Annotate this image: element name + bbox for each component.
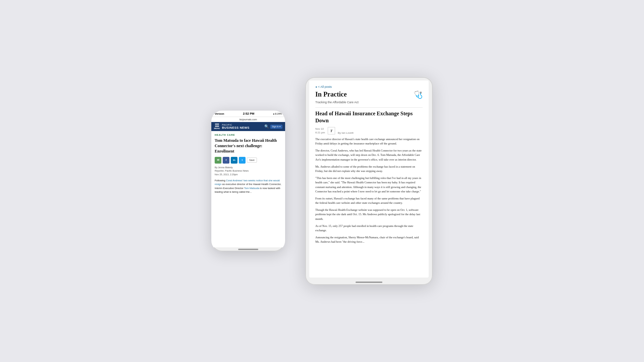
share-twitter-button[interactable]: t bbox=[239, 157, 246, 164]
tablet-home-indicator bbox=[356, 282, 382, 283]
phone-content: HEALTH CARE Tom Matsuda to face Hawaii H… bbox=[211, 131, 285, 247]
phone-home-indicator bbox=[238, 249, 258, 250]
phone-battery: ● $ 29% bbox=[273, 113, 282, 115]
section-header: In Practice 🩺 bbox=[315, 90, 423, 99]
paragraph-1: The executive director of Hawaii's state… bbox=[315, 137, 423, 146]
tablet-article-headline: Head of Hawaii Insurance Exchange Steps … bbox=[315, 110, 423, 124]
brand-bottom: BUSINESS NEWS bbox=[222, 126, 262, 129]
tablet-content: ◂ < All posts In Practice 🩺 Tracking the… bbox=[309, 80, 429, 278]
share-email-button[interactable]: ✉ bbox=[215, 157, 221, 164]
search-icon[interactable]: 🔍 bbox=[264, 124, 269, 129]
menu-label: MENU bbox=[214, 127, 220, 129]
share-linkedin-button[interactable]: in bbox=[231, 157, 237, 164]
section-title: In Practice bbox=[315, 90, 347, 98]
save-button[interactable]: Save bbox=[247, 158, 257, 163]
back-arrow-icon: ◂ bbox=[315, 85, 317, 88]
meta-date: Nov 22 6:21 pm bbox=[315, 127, 325, 134]
phone-url-bar[interactable]: bizjournals.com bbox=[211, 117, 285, 122]
paragraph-8: Announcing the resignation, Sherry Menor… bbox=[315, 235, 423, 244]
phone-category: HEALTH CARE bbox=[215, 134, 282, 136]
meta-author: By Ian Lovett bbox=[338, 131, 354, 134]
paragraph-4: "This has been one of the most challengi… bbox=[315, 176, 423, 194]
section-subtitle: Tracking the Affordable Care Act bbox=[315, 101, 423, 104]
body-intro: Following bbox=[215, 179, 226, 182]
hamburger-icon bbox=[215, 124, 219, 127]
tom-matsuda-link[interactable]: Tom Matsuda bbox=[244, 187, 259, 190]
signin-button[interactable]: Sign In ▾ bbox=[270, 125, 282, 129]
paragraph-6: Though the Hawaii Health Exchange websit… bbox=[315, 208, 423, 221]
phone-device: Verizon 2:52 PM ● $ 29% bizjournals.com … bbox=[211, 111, 285, 251]
paragraph-7: As of Nov. 15, only 257 people had enrol… bbox=[315, 224, 423, 233]
phone-carrier: Verizon bbox=[215, 112, 224, 115]
chevron-down-icon: ▾ bbox=[279, 125, 281, 128]
paragraph-5: From its outset, Hawaii's exchange has f… bbox=[315, 196, 423, 205]
tablet-device: ◂ < All posts In Practice 🩺 Tracking the… bbox=[305, 77, 433, 285]
byline-name: By Jenna Blakely bbox=[215, 166, 282, 170]
phone-nav-actions: 🔍 Sign In ▾ bbox=[264, 124, 282, 129]
phone-status-bar: Verizon 2:52 PM ● $ 29% bbox=[211, 111, 285, 117]
paragraph-3: Ms. Andrews alluded to some of the probl… bbox=[315, 165, 423, 173]
byline-role: Reporter, Pacific Business News bbox=[215, 169, 282, 173]
phone-nav: MENU PACIFIC BUSINESS NEWS 🔍 Sign In ▾ bbox=[211, 122, 285, 131]
share-facebook-button[interactable]: f bbox=[223, 157, 229, 164]
phone-brand: PACIFIC BUSINESS NEWS bbox=[222, 124, 262, 129]
phone-menu-button[interactable]: MENU bbox=[214, 124, 220, 129]
paragraph-2: The director, Coral Andrews, who has led… bbox=[315, 148, 423, 162]
phone-share-bar: ✉ f in t Save bbox=[215, 157, 282, 164]
scene: Verizon 2:52 PM ● $ 29% bizjournals.com … bbox=[0, 0, 644, 362]
meta-source-logo: T bbox=[328, 127, 335, 134]
byline-date: Nov 25, 2013, 2:29pm bbox=[215, 173, 282, 177]
brand-top: PACIFIC bbox=[222, 124, 262, 126]
tablet-body: The executive director of Hawaii's state… bbox=[315, 137, 423, 247]
phone-time: 2:52 PM bbox=[243, 112, 254, 115]
section-divider bbox=[315, 107, 423, 108]
tablet-meta: Nov 22 6:21 pm T By Ian Lovett bbox=[315, 127, 423, 134]
section-icon: 🩺 bbox=[414, 90, 423, 99]
phone-body-text: Following Coral Andrews' two-weeks notic… bbox=[215, 179, 282, 194]
phone-headline: Tom Matsuda to face Hawaii Health Connec… bbox=[215, 138, 282, 154]
back-link[interactable]: ◂ < All posts bbox=[315, 85, 423, 88]
phone-byline: By Jenna Blakely Reporter, Pacific Busin… bbox=[215, 166, 282, 177]
